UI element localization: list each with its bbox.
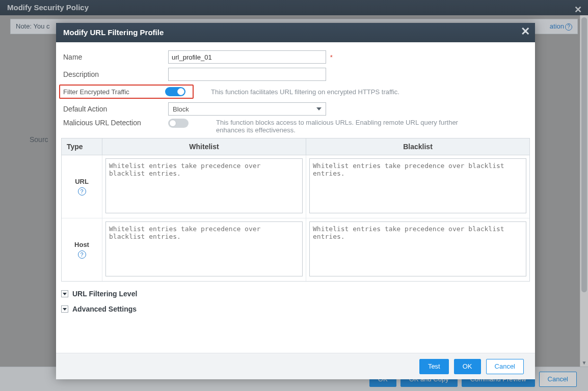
- filter-encrypted-hint: This function facilitates URL filtering …: [211, 88, 399, 96]
- chevron-down-icon: [316, 107, 322, 110]
- host-blacklist-textarea[interactable]: [309, 221, 526, 276]
- chevron-down-icon: [61, 305, 68, 313]
- row-type-label: Host: [74, 241, 89, 248]
- whitelist-blacklist-table: Type Whitelist Blacklist URL ? Host ?: [61, 138, 530, 282]
- accordion-label: Advanced Settings: [72, 305, 137, 313]
- chevron-down-icon: [61, 290, 68, 297]
- description-label: Description: [61, 70, 168, 78]
- accordion-label: URL Filtering Level: [72, 290, 137, 298]
- filter-encrypted-label: Filter Encrypted Traffic: [63, 88, 165, 96]
- host-whitelist-textarea[interactable]: [105, 221, 303, 276]
- malicious-hint: This function blocks access to malicious…: [216, 119, 486, 134]
- modal-footer: Test OK Cancel: [56, 353, 535, 379]
- filter-encrypted-highlight: Filter Encrypted Traffic: [59, 85, 194, 99]
- accordion-advanced-settings[interactable]: Advanced Settings: [61, 305, 530, 313]
- description-input[interactable]: [168, 68, 326, 81]
- name-input[interactable]: [168, 50, 326, 64]
- modal-title-bar: Modify URL Filtering Profile ✕: [56, 23, 535, 42]
- name-label: Name: [61, 53, 168, 61]
- table-row: Host ?: [62, 218, 529, 281]
- url-whitelist-textarea[interactable]: [105, 158, 303, 213]
- col-type: Type: [62, 138, 102, 155]
- modal-body: Name * Description Filter Encrypted Traf…: [56, 42, 535, 353]
- test-button[interactable]: Test: [419, 359, 449, 374]
- accordion-url-filtering-level[interactable]: URL Filtering Level: [61, 290, 530, 298]
- filter-encrypted-toggle[interactable]: [165, 87, 185, 96]
- modal-title: Modify URL Filtering Profile: [63, 28, 164, 37]
- default-action-label: Default Action: [61, 105, 168, 113]
- url-blacklist-textarea[interactable]: [309, 158, 526, 213]
- required-mark: *: [330, 53, 333, 61]
- help-icon[interactable]: ?: [78, 250, 86, 259]
- table-row: URL ?: [62, 155, 529, 218]
- modify-url-filtering-modal: Modify URL Filtering Profile ✕ Name * De…: [56, 23, 535, 379]
- malicious-toggle[interactable]: [168, 119, 189, 128]
- default-action-select[interactable]: Block: [168, 102, 326, 116]
- modal-ok-button[interactable]: OK: [454, 359, 481, 374]
- row-type-label: URL: [75, 178, 89, 185]
- accordion-group: URL Filtering Level Advanced Settings: [61, 290, 530, 313]
- col-blacklist: Blacklist: [306, 138, 529, 155]
- modal-close-button[interactable]: ✕: [521, 26, 530, 37]
- col-whitelist: Whitelist: [102, 138, 306, 155]
- help-icon[interactable]: ?: [78, 187, 86, 196]
- modal-cancel-button[interactable]: Cancel: [486, 359, 524, 374]
- malicious-label: Malicious URL Detection: [61, 119, 168, 127]
- default-action-value: Block: [173, 105, 189, 113]
